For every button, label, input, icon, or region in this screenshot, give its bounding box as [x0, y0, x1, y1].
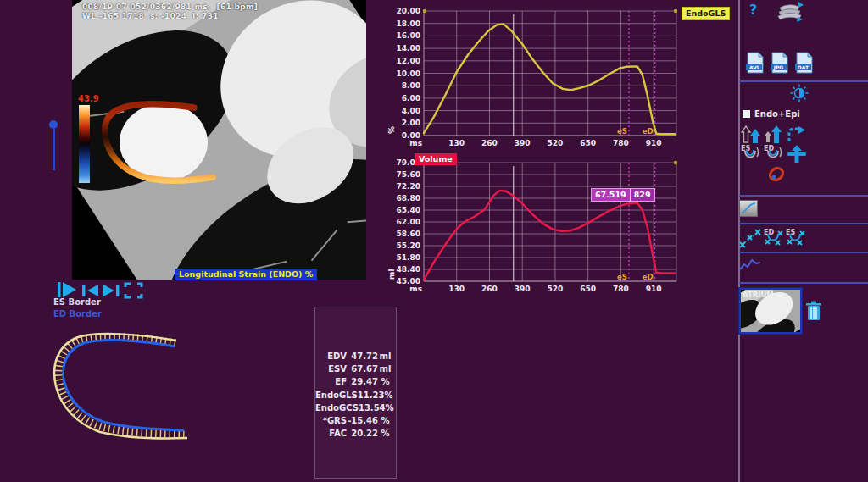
- fullscreen-button[interactable]: [125, 284, 142, 297]
- svg-text:2.00: 2.00: [402, 119, 420, 127]
- propagate-border-icon[interactable]: [787, 145, 807, 163]
- svg-text:780: 780: [613, 139, 629, 147]
- atrium-thumbnail-label: ATRIUM: [743, 291, 774, 299]
- stat-label: ESV: [315, 364, 347, 374]
- endo-epi-checkbox[interactable]: [743, 110, 750, 118]
- zoom-slider-track[interactable]: [53, 129, 55, 170]
- stat-label: FAC: [315, 429, 347, 438]
- svg-text:62.00: 62.00: [397, 218, 420, 226]
- stat-unit: ml: [378, 352, 392, 361]
- help-icon[interactable]: ?: [749, 2, 757, 18]
- svg-text:eS: eS: [617, 127, 627, 136]
- endogls-chart-badge: EndoGLS: [682, 7, 730, 20]
- stat-row-grs: *GRS -15.46 %: [315, 414, 396, 427]
- copy-border-all-icon[interactable]: [764, 125, 782, 144]
- tooltip-value: 67.519: [591, 188, 630, 202]
- volume-chart-badge: Volume: [415, 153, 457, 165]
- stat-value: 11.23: [358, 391, 385, 400]
- stat-value: 29.47: [347, 377, 378, 386]
- svg-text:eS: eS: [617, 273, 627, 281]
- colorbar-max-value: 43.9: [78, 94, 99, 103]
- measurements-panel: EDV 47.72 ml ESV 67.67 ml EF 29.47 % End…: [314, 307, 397, 479]
- prev-frame-button[interactable]: [82, 285, 98, 296]
- stat-unit: %: [378, 429, 392, 438]
- svg-text:48.40: 48.40: [397, 265, 420, 274]
- stat-label: EndoGCS: [315, 403, 359, 413]
- es-border-tool-icon[interactable]: ES: [741, 144, 761, 163]
- svg-text:75.60: 75.60: [397, 170, 420, 179]
- svg-text:520: 520: [548, 285, 564, 293]
- brightness-icon[interactable]: [790, 84, 809, 102]
- reset-borders-icon[interactable]: [786, 126, 806, 143]
- rotation-loop-icon[interactable]: [767, 165, 786, 183]
- sidebar-divider: [739, 195, 868, 197]
- stat-value: 47.72: [347, 352, 378, 361]
- svg-text:390: 390: [515, 139, 531, 147]
- export-avi-button[interactable]: AVI: [746, 52, 765, 74]
- svg-text:68.80: 68.80: [397, 194, 420, 202]
- image-viewer[interactable]: 43.9 008/19 07 052/0362/981 ms. [61 bpm]…: [72, 0, 366, 280]
- stat-row-esv: ESV 67.67 ml: [315, 363, 396, 375]
- svg-text:55.20: 55.20: [397, 241, 420, 250]
- svg-text:390: 390: [515, 285, 531, 293]
- volume-chart[interactable]: 79.0075.6072.2068.8065.4062.0058.6055.20…: [386, 151, 725, 293]
- ed-border-tool-icon[interactable]: ED: [764, 144, 784, 163]
- svg-text:650: 650: [580, 285, 596, 293]
- stat-label: *GRS: [315, 416, 347, 425]
- stat-unit: %: [378, 377, 392, 386]
- edit-points-icon[interactable]: [739, 229, 761, 248]
- es-points-tool-icon[interactable]: ES: [784, 228, 806, 249]
- svg-text:14.00: 14.00: [397, 44, 420, 53]
- export-dat-button[interactable]: DAT: [795, 52, 814, 74]
- ed-contour-line: [63, 341, 184, 430]
- strain-colorbar: [79, 105, 90, 183]
- svg-text:780: 780: [613, 285, 629, 293]
- es-border-label: ES Border: [53, 297, 101, 307]
- zoom-slider-handle[interactable]: [49, 120, 58, 129]
- svg-text:ml: ml: [387, 269, 396, 280]
- sidebar-divider: [739, 223, 868, 224]
- svg-text:20.00: 20.00: [397, 7, 420, 15]
- export-dat-label: DAT: [798, 64, 810, 70]
- svg-text:6.00: 6.00: [402, 94, 420, 102]
- stat-value: 67.67: [347, 364, 378, 374]
- export-jpg-label: JPG: [773, 64, 784, 71]
- volume-value-tooltip: 67.519 829: [591, 188, 655, 202]
- ed-points-tool-label: ED: [764, 229, 774, 236]
- atrium-series-thumbnail[interactable]: ATRIUM: [739, 288, 802, 334]
- stat-label: EDV: [315, 352, 347, 361]
- layers-icon[interactable]: [776, 1, 804, 23]
- stat-value: -15.46: [347, 416, 378, 425]
- endo-epi-label: Endo+Epi: [754, 109, 800, 119]
- ed-border-label: ED Border: [53, 309, 102, 319]
- endo-epi-checkbox-row[interactable]: Endo+Epi: [743, 109, 800, 119]
- dicom-overlay-line1: 008/19 07 052/0362/981 ms. [61 bpm]: [82, 3, 258, 11]
- stat-row-edv: EDV 47.72 ml: [315, 350, 396, 363]
- cardiac-image: 43.9: [72, 0, 366, 280]
- svg-text:eD: eD: [643, 273, 654, 281]
- svg-text:72.20: 72.20: [397, 182, 420, 191]
- svg-text:18.00: 18.00: [397, 19, 420, 28]
- sigmoid-curve-button[interactable]: [739, 200, 758, 217]
- stat-label: EndoGLS: [315, 391, 358, 400]
- svg-text:%: %: [387, 126, 396, 134]
- strain-curve-icon[interactable]: [739, 257, 761, 274]
- export-jpg-button[interactable]: JPG: [771, 52, 789, 74]
- svg-text:130: 130: [448, 285, 465, 293]
- copy-border-forward-icon[interactable]: [741, 125, 761, 144]
- ed-points-tool-icon[interactable]: ED: [762, 228, 784, 249]
- play-button[interactable]: [58, 282, 76, 297]
- dicom-overlay-line2: WL -165 1718 s: -1024 I: 731: [82, 12, 219, 20]
- svg-text:8.00: 8.00: [402, 81, 420, 90]
- next-frame-button[interactable]: [103, 285, 120, 296]
- stat-row-endogls: EndoGLS 11.23 %: [315, 389, 396, 402]
- export-avi-label: AVI: [749, 64, 759, 70]
- stat-row-ef: EF 29.47 %: [315, 375, 396, 388]
- border-contour-drawing[interactable]: [36, 329, 231, 447]
- endogls-strain-chart[interactable]: 20.0018.0016.0014.0012.0010.008.006.004.…: [386, 0, 725, 151]
- sidebar-divider: [739, 80, 868, 82]
- stat-row-endogcs: EndoGCS 13.54 %: [315, 402, 396, 414]
- svg-text:58.60: 58.60: [397, 230, 420, 238]
- delete-thumbnail-icon[interactable]: [805, 301, 822, 321]
- svg-text:ms: ms: [409, 139, 422, 147]
